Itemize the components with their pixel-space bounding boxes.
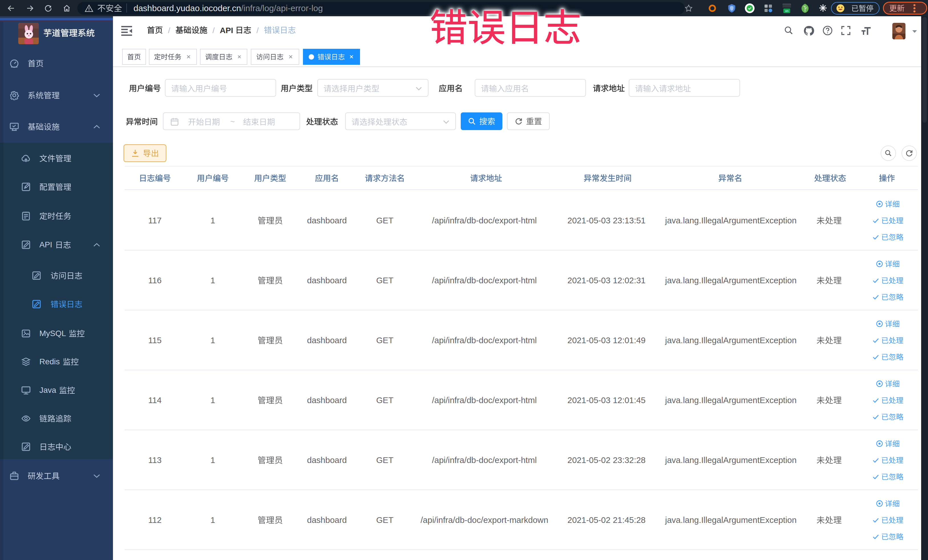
svg-text:on: on [785,9,789,12]
